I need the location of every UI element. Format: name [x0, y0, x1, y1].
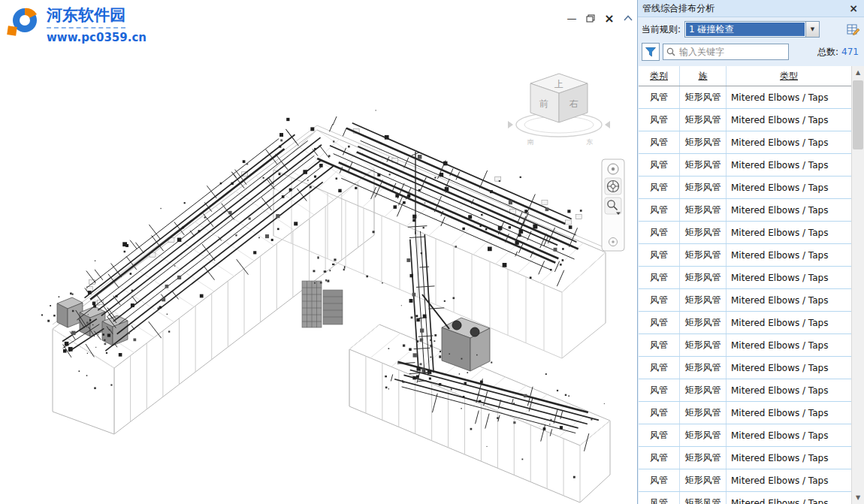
table-row[interactable]: 风管 矩形风管 Mitered Elbows / Taps	[639, 199, 851, 222]
app-window: 上 前 右 南 东	[0, 0, 864, 504]
cell-family: 矩形风管	[680, 402, 727, 424]
cell-category: 风管	[639, 289, 680, 311]
cell-type: Mitered Elbows / Taps	[727, 244, 851, 266]
compass-west-tick[interactable]	[508, 121, 513, 128]
scrollbar-thumb[interactable]	[853, 80, 863, 149]
compass-east-tick[interactable]	[605, 121, 610, 128]
header-category[interactable]: 类别	[639, 66, 680, 86]
rule-settings-button[interactable]	[845, 22, 860, 37]
restore-button[interactable]	[585, 12, 597, 24]
cell-family: 矩形风管	[680, 469, 727, 491]
table-row[interactable]: 风管 矩形风管 Mitered Elbows / Taps	[639, 469, 851, 492]
table-row[interactable]: 风管 矩形风管 Mitered Elbows / Taps	[639, 424, 851, 447]
cell-category: 风管	[639, 131, 680, 153]
cell-type: Mitered Elbows / Taps	[727, 357, 851, 379]
chevron-down-icon: ▼	[811, 26, 814, 32]
cell-type: Mitered Elbows / Taps	[727, 154, 851, 176]
zoom-tool-icon[interactable]	[605, 198, 621, 215]
cell-family: 矩形风管	[680, 154, 727, 176]
collision-table: 类别 族 类型 风管 矩形风管 Mitered Elbows / Taps 风管…	[639, 66, 851, 504]
panel-title-bar: 管线综合排布分析 ×	[638, 0, 864, 17]
cell-family: 矩形风管	[680, 267, 727, 288]
cell-family: 矩形风管	[680, 199, 727, 221]
table-header-row: 类别 族 类型	[639, 66, 851, 86]
cell-type: Mitered Elbows / Taps	[727, 199, 851, 221]
collapse-chevron-icon[interactable]	[622, 12, 634, 24]
cell-type: Mitered Elbows / Taps	[727, 177, 851, 198]
panel-close-button[interactable]: ×	[847, 2, 859, 14]
cell-type: Mitered Elbows / Taps	[727, 86, 851, 108]
total-count: 471	[841, 47, 859, 57]
cell-family: 矩形风管	[680, 86, 727, 108]
building-model-canvas: 上 前 右 南 东	[0, 0, 637, 504]
table-body: 风管 矩形风管 Mitered Elbows / Taps 风管 矩形风管 Mi…	[639, 86, 851, 504]
cell-category: 风管	[639, 222, 680, 243]
restore-icon	[586, 14, 595, 23]
cell-category: 风管	[639, 492, 680, 504]
cell-family: 矩形风管	[680, 492, 727, 504]
close-view-button[interactable]: ×	[603, 12, 615, 24]
table-row[interactable]: 风管 矩形风管 Mitered Elbows / Taps	[639, 289, 851, 312]
steering-wheel-icon[interactable]	[605, 178, 621, 195]
cell-family: 矩形风管	[680, 222, 727, 243]
table-row[interactable]: 风管 矩形风管 Mitered Elbows / Taps	[639, 447, 851, 469]
pipeline-analysis-panel: 管线综合排布分析 × 当前规则: 1 碰撞检查 ▼	[637, 0, 864, 504]
cell-category: 风管	[639, 357, 680, 379]
scroll-down-button[interactable]: ▼	[852, 491, 864, 504]
viewcube-top-label: 上	[554, 79, 563, 89]
header-family[interactable]: 族	[680, 66, 727, 86]
table-row[interactable]: 风管 矩形风管 Mitered Elbows / Taps	[639, 379, 851, 402]
rule-toolbar: 当前规则: 1 碰撞检查 ▼	[638, 17, 864, 40]
rule-settings-icon	[847, 23, 859, 36]
combobox-dropdown-button[interactable]: ▼	[805, 22, 819, 37]
compass-south-label: 南	[527, 138, 534, 146]
cell-family: 矩形风管	[680, 177, 727, 198]
table-row[interactable]: 风管 矩形风管 Mitered Elbows / Taps	[639, 154, 851, 177]
rule-combobox[interactable]: 1 碰撞检查 ▼	[684, 21, 820, 38]
table-row[interactable]: 风管 矩形风管 Mitered Elbows / Taps	[639, 177, 851, 199]
table-row[interactable]: 风管 矩形风管 Mitered Elbows / Taps	[639, 86, 851, 109]
scroll-up-button[interactable]: ▲	[852, 66, 864, 79]
table-row[interactable]: 风管 矩形风管 Mitered Elbows / Taps	[639, 222, 851, 244]
navbar-bottom-button[interactable]	[609, 238, 618, 246]
table-row[interactable]: 风管 矩形风管 Mitered Elbows / Taps	[639, 267, 851, 289]
cell-family: 矩形风管	[680, 289, 727, 311]
cell-family: 矩形风管	[680, 379, 727, 401]
table-row[interactable]: 风管 矩形风管 Mitered Elbows / Taps	[639, 109, 851, 131]
cell-family: 矩形风管	[680, 357, 727, 379]
watermark-site-url: www.pc0359.cn	[47, 31, 147, 44]
table-row[interactable]: 风管 矩形风管 Mitered Elbows / Taps	[639, 402, 851, 424]
table-scrollbar[interactable]: ▲ ▼	[851, 66, 864, 504]
window-controls: — ×	[566, 12, 634, 24]
cell-type: Mitered Elbows / Taps	[727, 469, 851, 491]
table-row[interactable]: 风管 矩形风管 Mitered Elbows / Taps	[639, 312, 851, 334]
watermark-site-name: 河东软件园	[47, 5, 125, 29]
cell-category: 风管	[639, 244, 680, 266]
3d-viewport[interactable]: 上 前 右 南 东	[0, 0, 637, 504]
rule-selected-value: 1 碰撞检查	[686, 23, 805, 36]
table-row[interactable]: 风管 矩形风管 Mitered Elbows / Taps	[639, 131, 851, 154]
viewcube[interactable]: 上 前 右 南 东	[508, 74, 610, 146]
search-toolbar: 总数: 471	[638, 40, 864, 62]
header-type[interactable]: 类型	[727, 66, 851, 86]
cell-family: 矩形风管	[680, 447, 727, 469]
cell-family: 矩形风管	[680, 424, 727, 446]
viewcube-front-label: 前	[539, 98, 548, 109]
table-row[interactable]: 风管 矩形风管 Mitered Elbows / Taps	[639, 244, 851, 267]
minimize-button[interactable]: —	[566, 12, 578, 24]
search-box[interactable]	[663, 44, 789, 60]
filter-button[interactable]	[642, 43, 660, 61]
cell-type: Mitered Elbows / Taps	[727, 492, 851, 504]
cell-family: 矩形风管	[680, 334, 727, 356]
table-row[interactable]: 风管 矩形风管 Mitered Elbows / Taps	[639, 357, 851, 379]
search-input[interactable]	[678, 46, 785, 58]
table-row[interactable]: 风管 矩形风管 Mitered Elbows / Taps	[639, 492, 851, 504]
cell-family: 矩形风管	[680, 312, 727, 333]
table-row[interactable]: 风管 矩形风管 Mitered Elbows / Taps	[639, 334, 851, 357]
full-navigation-wheel-button[interactable]	[608, 164, 618, 174]
compass-east-label: 东	[586, 138, 594, 146]
cell-category: 风管	[639, 334, 680, 356]
site-logo-icon	[6, 5, 41, 39]
watermark: 河东软件园 www.pc0359.cn	[6, 5, 147, 44]
viewcube-right-label: 右	[569, 98, 579, 109]
